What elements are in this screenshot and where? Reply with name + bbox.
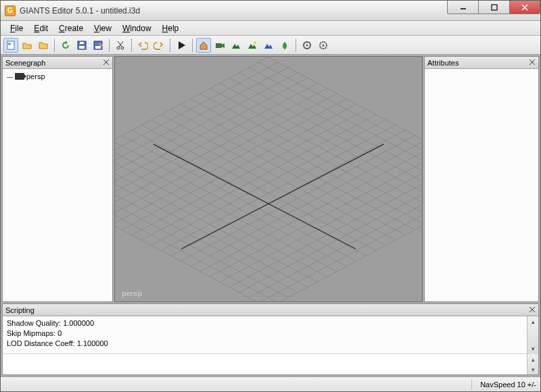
close-icon <box>530 307 535 312</box>
foliage-button[interactable] <box>277 38 292 53</box>
log-line: LOD Distance Coeff: 1.100000 <box>7 339 523 349</box>
paint-landscape-icon <box>263 40 274 51</box>
new-button[interactable] <box>3 38 18 53</box>
svg-line-35 <box>115 89 327 214</box>
svg-point-14 <box>254 41 256 44</box>
scenegraph-title: Scenegraph <box>5 59 45 67</box>
gear-icon <box>302 40 312 51</box>
save-as-button[interactable] <box>91 38 105 53</box>
menu-create[interactable]: Create <box>53 22 89 34</box>
menu-edit[interactable]: Edit <box>28 22 53 34</box>
landscape-icon <box>247 40 258 51</box>
redo-button[interactable] <box>151 38 166 53</box>
svg-line-67 <box>249 172 422 298</box>
menu-view[interactable]: View <box>89 22 117 34</box>
tree-item-label: persp <box>26 72 45 80</box>
svg-rect-7 <box>79 46 85 49</box>
maximize-button[interactable] <box>478 1 509 14</box>
status-left <box>5 379 472 390</box>
play-icon <box>176 40 187 51</box>
terrain2-button[interactable] <box>245 38 260 53</box>
close-icon <box>530 59 535 65</box>
menu-file[interactable]: File <box>5 22 28 34</box>
svg-rect-1 <box>492 5 497 10</box>
svg-line-30 <box>229 78 422 203</box>
redo-icon <box>154 40 164 51</box>
save-icon <box>76 40 87 51</box>
toolbar-separator <box>296 39 296 52</box>
svg-rect-10 <box>95 46 101 49</box>
minimize-icon <box>460 4 467 11</box>
cut-button[interactable] <box>113 38 128 53</box>
tree-expand-icon[interactable] <box>7 74 13 80</box>
scenegraph-panel: Scenegraph persp <box>2 56 113 302</box>
scripting-output: Shadow Quality: 1.000000 Skip Mipmaps: 0… <box>3 316 538 354</box>
svg-line-63 <box>229 162 422 287</box>
scripting-scrollbar[interactable]: ▴ ▾ <box>527 316 538 354</box>
scripting-title: Scripting <box>5 306 34 314</box>
viewport-3d[interactable]: persp <box>114 56 423 302</box>
save-button[interactable] <box>74 38 89 53</box>
svg-line-37 <box>115 94 337 220</box>
scroll-down-button[interactable]: ▾ <box>527 343 538 354</box>
save-as-icon <box>93 40 103 51</box>
svg-line-70 <box>115 182 268 301</box>
gear2-button[interactable] <box>316 38 331 53</box>
scripting-text: Shadow Quality: 1.000000 Skip Mipmaps: 0… <box>3 316 527 354</box>
svg-rect-8 <box>80 42 84 44</box>
svg-line-26 <box>249 68 422 193</box>
gear1-button[interactable] <box>300 38 314 53</box>
scenegraph-tree[interactable]: persp <box>3 69 112 84</box>
svg-line-28 <box>239 73 422 199</box>
tree-item-persp[interactable]: persp <box>4 72 111 81</box>
open-button[interactable] <box>20 38 34 53</box>
scenegraph-close-button[interactable] <box>101 57 111 67</box>
attributes-close-button[interactable] <box>527 57 537 67</box>
toolbar-separator <box>192 39 193 52</box>
minimize-button[interactable] <box>447 1 478 14</box>
svg-line-31 <box>115 78 308 203</box>
reload-button[interactable] <box>58 38 73 53</box>
svg-line-65 <box>239 167 422 293</box>
close-button[interactable] <box>509 1 540 14</box>
viewport-camera-label: persp <box>122 289 142 297</box>
gear-icon <box>318 40 329 51</box>
menubar: File Edit Create View Window Help <box>1 21 540 36</box>
new-file-icon <box>5 40 16 51</box>
menu-window[interactable]: Window <box>117 22 157 34</box>
svg-rect-13 <box>216 43 222 48</box>
camera-button[interactable] <box>212 38 227 53</box>
cut-icon <box>115 40 126 51</box>
svg-line-58 <box>115 151 327 277</box>
scroll-up-button[interactable]: ▴ <box>527 354 538 364</box>
app-icon: G <box>5 5 16 16</box>
statusbar: NavSpeed 10 +/- <box>1 376 540 391</box>
play-button[interactable] <box>174 38 189 53</box>
scripting-input[interactable] <box>3 354 527 374</box>
svg-line-66 <box>115 172 288 298</box>
main-area: Scenegraph persp <box>1 55 540 303</box>
svg-line-71 <box>268 182 422 301</box>
scroll-up-button[interactable]: ▴ <box>527 316 538 327</box>
home-button[interactable] <box>196 38 211 53</box>
toolbar-separator <box>131 39 132 52</box>
undo-button[interactable] <box>135 38 150 53</box>
menu-help[interactable]: Help <box>157 22 185 34</box>
undo-icon <box>137 40 148 51</box>
scripting-wrap: Scripting Shadow Quality: 1.000000 Skip … <box>1 303 540 376</box>
paint-terrain-button[interactable] <box>261 38 276 53</box>
scroll-down-button[interactable]: ▾ <box>527 364 538 374</box>
grid-plane <box>115 57 422 301</box>
open-recent-button[interactable] <box>36 38 51 53</box>
attributes-panel: Attributes <box>424 56 539 302</box>
svg-line-59 <box>210 151 422 277</box>
window-controls <box>447 1 540 14</box>
terrain1-button[interactable] <box>229 38 243 53</box>
scripting-input-scrollbar[interactable]: ▴ ▾ <box>527 354 538 374</box>
foliage-icon <box>279 40 290 51</box>
svg-line-64 <box>115 167 298 293</box>
attributes-header: Attributes <box>425 57 538 69</box>
svg-point-11 <box>117 47 120 49</box>
svg-line-27 <box>115 68 288 193</box>
scripting-close-button[interactable] <box>527 305 537 314</box>
